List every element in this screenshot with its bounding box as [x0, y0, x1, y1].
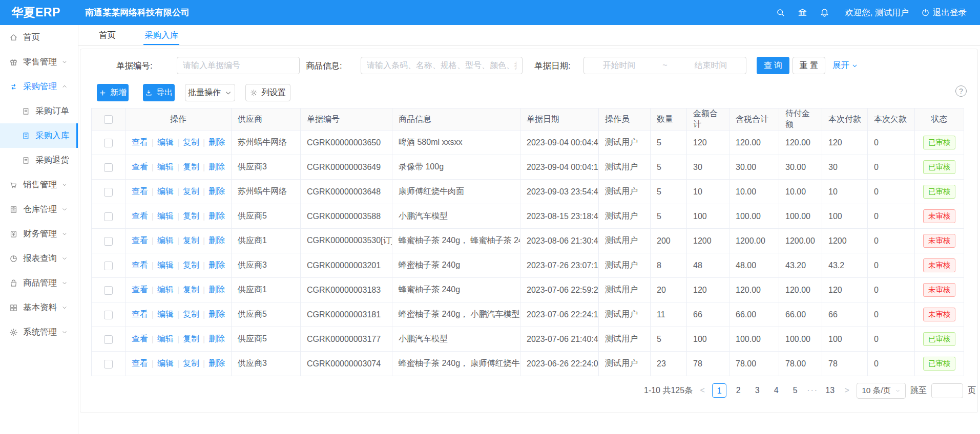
row-action-0[interactable]: 查看 [132, 186, 148, 197]
tab-home[interactable]: 首页 [98, 25, 117, 45]
row-checkbox[interactable] [104, 188, 113, 197]
sidebar-item-finance[interactable]: 财务管理 [0, 222, 78, 246]
chevron-down-icon [61, 59, 68, 65]
row-action-1[interactable]: 编辑 [157, 260, 174, 271]
page-size-select[interactable]: 10 条/页 [857, 383, 906, 399]
row-action-0[interactable]: 查看 [132, 260, 148, 271]
jump-page-input[interactable] [931, 383, 963, 398]
bill-no-input[interactable] [177, 57, 300, 74]
download-icon [145, 89, 153, 97]
prev-page-button[interactable]: < [697, 386, 707, 395]
row-action-1[interactable]: 编辑 [157, 162, 174, 172]
sidebar-item-purchase-return[interactable]: 采购退货 [0, 148, 78, 172]
expand-link[interactable]: 展开 [832, 57, 858, 74]
row-action-3[interactable]: 删除 [208, 358, 225, 369]
page-button-5[interactable]: 5 [788, 383, 802, 398]
page-button-4[interactable]: 4 [769, 383, 783, 398]
batch-actions-button[interactable]: 批量操作 [185, 84, 235, 101]
next-page-button[interactable]: > [842, 386, 852, 395]
date-end-placeholder[interactable]: 结束时间 [695, 60, 727, 71]
row-checkbox[interactable] [104, 237, 113, 246]
bank-icon[interactable] [798, 8, 807, 17]
reset-button[interactable]: 重 置 [793, 57, 825, 74]
sidebar-item-sales[interactable]: 销售管理 [0, 172, 78, 197]
row-action-2[interactable]: 复制 [183, 211, 199, 222]
sidebar-item-purchase-inbound[interactable]: 采购入库 [0, 123, 78, 148]
row-action-0[interactable]: 查看 [132, 137, 148, 148]
row-checkbox[interactable] [104, 262, 113, 270]
select-all-checkbox[interactable] [104, 115, 113, 124]
sidebar-item-reports[interactable]: 报表查询 [0, 246, 78, 271]
date-range-picker[interactable]: 开始时间 ~ 结束时间 [583, 57, 746, 74]
row-action-2[interactable]: 复制 [183, 334, 199, 344]
goods-info-input[interactable] [361, 57, 523, 74]
bell-icon[interactable] [820, 8, 829, 17]
sidebar-item-system[interactable]: 系统管理 [0, 320, 78, 344]
row-action-3[interactable]: 删除 [208, 260, 225, 271]
row-checkbox[interactable] [104, 311, 113, 319]
sidebar-item-basic-data[interactable]: 基本资料 [0, 295, 78, 320]
row-action-1[interactable]: 编辑 [157, 235, 174, 246]
row-action-1[interactable]: 编辑 [157, 211, 174, 222]
row-action-2[interactable]: 复制 [183, 186, 199, 197]
row-action-0[interactable]: 查看 [132, 162, 148, 172]
row-action-0[interactable]: 查看 [132, 235, 148, 246]
row-action-0[interactable]: 查看 [132, 358, 148, 369]
search-icon[interactable] [776, 8, 785, 17]
row-action-2[interactable]: 复制 [183, 162, 199, 172]
jump-suffix: 页 [968, 385, 976, 396]
date-start-placeholder[interactable]: 开始时间 [602, 60, 635, 71]
logout-button[interactable]: 退出登录 [921, 7, 967, 18]
row-checkbox[interactable] [104, 139, 113, 147]
row-action-3[interactable]: 删除 [208, 285, 225, 295]
row-checkbox[interactable] [104, 212, 113, 221]
row-action-0[interactable]: 查看 [132, 211, 148, 222]
search-button[interactable]: 查 询 [757, 57, 789, 74]
column-header-6: 数量 [651, 108, 687, 131]
row-action-0[interactable]: 查看 [132, 285, 148, 295]
add-button[interactable]: 新增 [97, 84, 129, 101]
row-action-3[interactable]: 删除 [208, 137, 225, 148]
page-button-2[interactable]: 2 [731, 383, 745, 398]
row-checkbox[interactable] [104, 163, 113, 172]
pagination-ellipsis[interactable]: ··· [807, 386, 818, 395]
row-action-2[interactable]: 复制 [183, 235, 199, 246]
date-separator: ~ [662, 61, 667, 70]
sidebar-item-purchase-order[interactable]: 采购订单 [0, 99, 78, 123]
row-action-2[interactable]: 复制 [183, 285, 199, 295]
tab-purchase-inbound[interactable]: 采购入库 [143, 25, 179, 45]
row-checkbox[interactable] [104, 335, 113, 344]
sidebar-item-warehouse[interactable]: 仓库管理 [0, 197, 78, 222]
row-action-1[interactable]: 编辑 [157, 309, 174, 320]
page-button-13[interactable]: 13 [823, 383, 837, 398]
sidebar-item-home[interactable]: 首页 [0, 25, 78, 50]
row-action-1[interactable]: 编辑 [157, 358, 174, 369]
sidebar-item-purchase[interactable]: 采购管理 [0, 74, 78, 99]
row-action-2[interactable]: 复制 [183, 137, 199, 148]
page-button-1[interactable]: 1 [712, 383, 726, 398]
row-action-1[interactable]: 编辑 [157, 334, 174, 344]
sidebar-item-retail[interactable]: 零售管理 [0, 50, 78, 74]
column-settings-button[interactable]: 列设置 [245, 84, 290, 101]
row-action-2[interactable]: 复制 [183, 260, 199, 271]
row-action-3[interactable]: 删除 [208, 186, 225, 197]
row-action-3[interactable]: 删除 [208, 334, 225, 344]
row-action-3[interactable]: 删除 [208, 211, 225, 222]
row-action-0[interactable]: 查看 [132, 309, 148, 320]
row-action-3[interactable]: 删除 [208, 162, 225, 172]
row-action-2[interactable]: 复制 [183, 309, 199, 320]
row-checkbox[interactable] [104, 286, 113, 295]
page-button-3[interactable]: 3 [750, 383, 764, 398]
sidebar-item-goods[interactable]: 商品管理 [0, 271, 78, 295]
row-action-3[interactable]: 删除 [208, 235, 225, 246]
row-action-2[interactable]: 复制 [183, 358, 199, 369]
help-icon[interactable]: ? [955, 85, 967, 97]
row-checkbox[interactable] [104, 360, 113, 368]
row-action-1[interactable]: 编辑 [157, 137, 174, 148]
export-button[interactable]: 导出 [143, 84, 175, 101]
row-action-1[interactable]: 编辑 [157, 285, 174, 295]
action-separator: | [203, 187, 205, 197]
row-action-3[interactable]: 删除 [208, 309, 225, 320]
row-action-1[interactable]: 编辑 [157, 186, 174, 197]
row-action-0[interactable]: 查看 [132, 334, 148, 344]
